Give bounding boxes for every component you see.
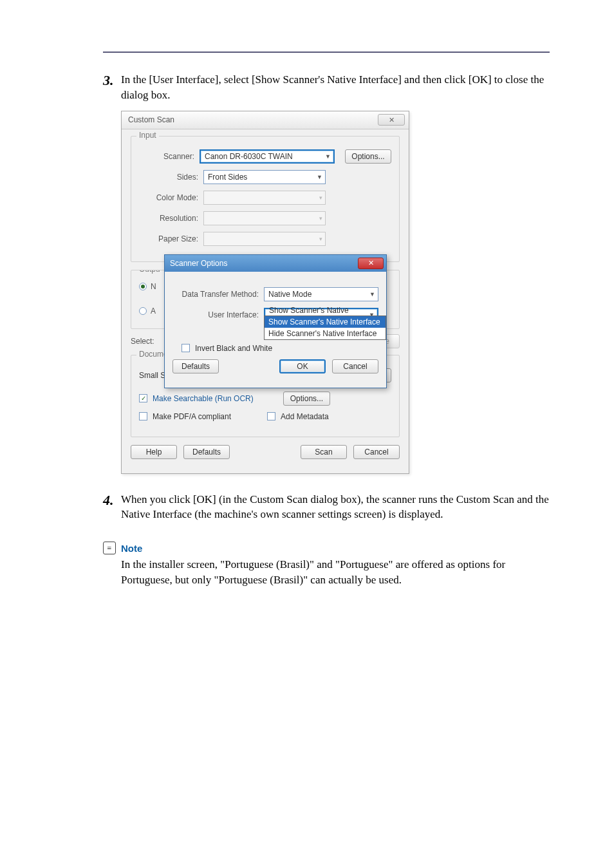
- chevron-down-icon: ▾: [319, 215, 322, 222]
- invert-label: Invert Black and White: [195, 344, 272, 353]
- inner-title: Scanner Options: [170, 259, 227, 268]
- note-label: Note: [121, 543, 142, 554]
- sides-combo[interactable]: Front Sides ▼: [203, 170, 326, 184]
- help-button[interactable]: Help: [131, 445, 177, 459]
- chevron-down-icon: ▼: [317, 174, 322, 180]
- colormode-label: Color Mode:: [139, 193, 198, 202]
- chevron-down-icon: ▾: [319, 236, 322, 242]
- sides-label: Sides:: [139, 173, 198, 182]
- dd-item-show[interactable]: Show Scanner's Native Interface: [265, 316, 386, 328]
- close-icon: ✕: [389, 116, 395, 124]
- colormode-combo[interactable]: ▾: [203, 191, 326, 205]
- dtm-value: Native Mode: [268, 290, 312, 299]
- input-fieldset: Input Scanner: Canon DR-6030C TWAIN ▼ Op…: [131, 136, 400, 262]
- sides-value: Front Sides: [208, 173, 247, 182]
- note-text: In the installer screen, "Portuguese (Br…: [121, 557, 550, 588]
- ui-label: User Interface:: [172, 310, 259, 319]
- invert-checkbox[interactable]: [181, 344, 190, 352]
- note-icon: ≡: [103, 542, 116, 554]
- select-label: Select:: [131, 337, 162, 346]
- ocr-label: Make Searchable (Run OCR): [153, 394, 254, 403]
- pdfa-checkbox[interactable]: [139, 412, 147, 420]
- inner-ok-button[interactable]: OK: [279, 359, 326, 373]
- input-legend: Input: [136, 131, 159, 140]
- inner-titlebar: Scanner Options ✕: [165, 255, 386, 272]
- dtm-label: Data Transfer Method:: [172, 290, 259, 299]
- step-3-number: 3.: [103, 72, 121, 103]
- radio-icon: [139, 307, 147, 315]
- dd-item-hide[interactable]: Hide Scanner's Native Interface: [265, 328, 386, 339]
- chevron-down-icon: ▾: [319, 194, 322, 201]
- papersize-label: Paper Size:: [139, 234, 198, 243]
- chevron-down-icon: ▼: [325, 153, 331, 160]
- ocr-options-button[interactable]: Options...: [283, 392, 330, 406]
- step-3-text: In the [User Interface], select [Show Sc…: [121, 72, 550, 103]
- ui-dropdown-list: Show Scanner's Native Interface Hide Sca…: [264, 316, 386, 340]
- scanner-combo[interactable]: Canon DR-6030C TWAIN ▼: [200, 149, 335, 164]
- inner-defaults-button[interactable]: Defaults: [172, 359, 219, 373]
- metadata-label: Add Metadata: [281, 412, 329, 421]
- radio-icon: [139, 283, 147, 290]
- ocr-checkbox[interactable]: ✓: [139, 394, 147, 402]
- step-4-text: When you click [OK] (in the Custom Scan …: [121, 492, 550, 523]
- dtm-combo[interactable]: Native Mode ▼: [264, 287, 378, 301]
- scanner-label: Scanner:: [139, 152, 194, 161]
- pdfa-label: Make PDF/A compliant: [153, 412, 231, 421]
- scan-button[interactable]: Scan: [301, 445, 347, 459]
- dialog-titlebar: Custom Scan ✕: [122, 111, 409, 129]
- close-icon: ✕: [368, 259, 374, 267]
- inner-cancel-button[interactable]: Cancel: [332, 359, 378, 373]
- metadata-checkbox[interactable]: [267, 412, 275, 420]
- step-4-number: 4.: [103, 492, 121, 523]
- resolution-combo[interactable]: ▾: [203, 211, 326, 225]
- scanner-value: Canon DR-6030C TWAIN: [205, 152, 293, 161]
- scanner-options-dialog: Scanner Options ✕ Data Transfer Method: …: [164, 254, 387, 388]
- resolution-label: Resolution:: [139, 214, 198, 223]
- scanner-options-button[interactable]: Options...: [345, 149, 391, 164]
- dialog-close-button[interactable]: ✕: [378, 114, 405, 126]
- defaults-button[interactable]: Defaults: [183, 445, 230, 459]
- output-legend: Outpu: [136, 270, 163, 274]
- custom-scan-dialog: Custom Scan ✕ Input Scanner: Canon DR-60…: [121, 111, 409, 474]
- inner-close-button[interactable]: ✕: [358, 258, 384, 269]
- cancel-button[interactable]: Cancel: [353, 445, 400, 459]
- papersize-combo[interactable]: ▾: [203, 232, 326, 246]
- chevron-down-icon: ▼: [369, 291, 375, 297]
- dialog-title: Custom Scan: [128, 115, 174, 124]
- header-rule: [103, 52, 550, 53]
